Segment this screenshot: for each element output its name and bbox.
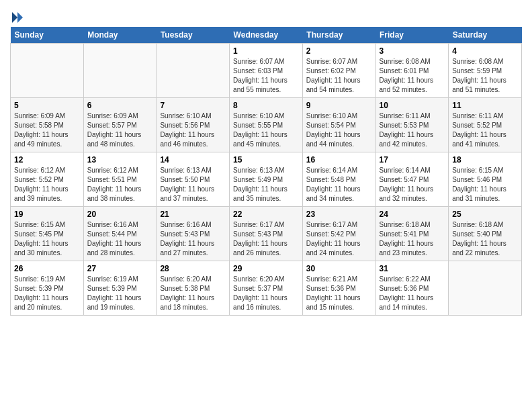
calendar-cell: 2Sunrise: 6:07 AMSunset: 6:02 PMDaylight… [302, 43, 375, 97]
calendar-cell: 24Sunrise: 6:18 AMSunset: 5:41 PMDayligh… [375, 206, 449, 261]
day-info: Sunrise: 6:17 AMSunset: 5:43 PMDaylight:… [233, 220, 299, 258]
calendar-cell: 31Sunrise: 6:22 AMSunset: 5:36 PMDayligh… [375, 261, 449, 315]
calendar-cell: 30Sunrise: 6:21 AMSunset: 5:36 PMDayligh… [302, 261, 375, 315]
calendar-cell: 23Sunrise: 6:17 AMSunset: 5:42 PMDayligh… [302, 206, 375, 261]
day-number: 22 [233, 210, 299, 219]
day-number: 18 [452, 155, 518, 165]
calendar-cell: 18Sunrise: 6:15 AMSunset: 5:46 PMDayligh… [449, 152, 522, 206]
day-info: Sunrise: 6:19 AMSunset: 5:39 PMDaylight:… [87, 275, 153, 312]
day-number: 23 [306, 210, 372, 219]
calendar-cell: 16Sunrise: 6:14 AMSunset: 5:48 PMDayligh… [302, 152, 375, 206]
weekday-header-wednesday: Wednesday [230, 27, 303, 44]
header [10, 7, 522, 24]
logo-flag-icon [11, 11, 24, 24]
day-number: 11 [452, 101, 518, 110]
day-info: Sunrise: 6:15 AMSunset: 5:46 PMDaylight:… [452, 166, 518, 203]
logo-text-block [10, 9, 24, 24]
day-number: 14 [160, 155, 226, 165]
day-info: Sunrise: 6:10 AMSunset: 5:54 PMDaylight:… [306, 111, 372, 149]
calendar-cell: 29Sunrise: 6:20 AMSunset: 5:37 PMDayligh… [230, 261, 303, 315]
calendar-week-row: 12Sunrise: 6:12 AMSunset: 5:52 PMDayligh… [11, 152, 522, 206]
day-number: 27 [87, 264, 153, 273]
day-info: Sunrise: 6:08 AMSunset: 5:59 PMDaylight:… [452, 57, 518, 95]
day-info: Sunrise: 6:13 AMSunset: 5:49 PMDaylight:… [233, 166, 299, 203]
day-info: Sunrise: 6:18 AMSunset: 5:40 PMDaylight:… [452, 220, 518, 258]
day-number: 19 [14, 210, 80, 219]
logo-line1 [10, 9, 24, 24]
day-number: 21 [160, 210, 226, 219]
day-number: 1 [233, 46, 299, 56]
calendar-cell: 12Sunrise: 6:12 AMSunset: 5:52 PMDayligh… [11, 152, 84, 206]
calendar-week-row: 19Sunrise: 6:15 AMSunset: 5:45 PMDayligh… [11, 206, 522, 261]
day-number: 20 [87, 210, 153, 219]
calendar-cell: 9Sunrise: 6:10 AMSunset: 5:54 PMDaylight… [302, 97, 375, 152]
calendar-cell: 10Sunrise: 6:11 AMSunset: 5:53 PMDayligh… [375, 97, 449, 152]
day-info: Sunrise: 6:21 AMSunset: 5:36 PMDaylight:… [306, 275, 372, 312]
weekday-header-tuesday: Tuesday [157, 27, 230, 44]
day-info: Sunrise: 6:08 AMSunset: 6:01 PMDaylight:… [380, 57, 445, 95]
day-info: Sunrise: 6:09 AMSunset: 5:58 PMDaylight:… [14, 111, 80, 149]
logo [10, 9, 24, 24]
calendar-cell [157, 43, 230, 97]
weekday-header-monday: Monday [83, 27, 157, 44]
calendar-cell [11, 43, 84, 97]
day-info: Sunrise: 6:11 AMSunset: 5:52 PMDaylight:… [452, 111, 518, 149]
day-info: Sunrise: 6:15 AMSunset: 5:45 PMDaylight:… [14, 220, 80, 258]
weekday-header-friday: Friday [375, 27, 449, 44]
calendar-cell: 13Sunrise: 6:12 AMSunset: 5:51 PMDayligh… [83, 152, 157, 206]
calendar-cell: 20Sunrise: 6:16 AMSunset: 5:44 PMDayligh… [83, 206, 157, 261]
calendar-cell: 11Sunrise: 6:11 AMSunset: 5:52 PMDayligh… [449, 97, 522, 152]
calendar-cell: 25Sunrise: 6:18 AMSunset: 5:40 PMDayligh… [449, 206, 522, 261]
day-number: 25 [452, 210, 518, 219]
day-number: 29 [233, 264, 299, 273]
calendar-cell: 1Sunrise: 6:07 AMSunset: 6:03 PMDaylight… [230, 43, 303, 97]
calendar-cell: 28Sunrise: 6:20 AMSunset: 5:38 PMDayligh… [157, 261, 230, 315]
day-number: 17 [380, 155, 445, 165]
day-info: Sunrise: 6:07 AMSunset: 6:02 PMDaylight:… [306, 57, 372, 95]
day-info: Sunrise: 6:10 AMSunset: 5:56 PMDaylight:… [160, 111, 226, 149]
day-info: Sunrise: 6:20 AMSunset: 5:37 PMDaylight:… [233, 275, 299, 312]
day-info: Sunrise: 6:11 AMSunset: 5:53 PMDaylight:… [380, 111, 445, 149]
calendar-cell: 5Sunrise: 6:09 AMSunset: 5:58 PMDaylight… [11, 97, 84, 152]
calendar-cell: 19Sunrise: 6:15 AMSunset: 5:45 PMDayligh… [11, 206, 84, 261]
day-number: 26 [14, 264, 80, 273]
day-number: 15 [233, 155, 299, 165]
day-number: 13 [87, 155, 153, 165]
day-info: Sunrise: 6:10 AMSunset: 5:55 PMDaylight:… [233, 111, 299, 149]
day-info: Sunrise: 6:18 AMSunset: 5:41 PMDaylight:… [380, 220, 445, 258]
day-number: 16 [306, 155, 372, 165]
calendar-cell: 14Sunrise: 6:13 AMSunset: 5:50 PMDayligh… [157, 152, 230, 206]
day-info: Sunrise: 6:14 AMSunset: 5:47 PMDaylight:… [380, 166, 445, 203]
calendar-cell: 6Sunrise: 6:09 AMSunset: 5:57 PMDaylight… [83, 97, 157, 152]
day-number: 3 [380, 46, 445, 56]
calendar-cell: 7Sunrise: 6:10 AMSunset: 5:56 PMDaylight… [157, 97, 230, 152]
day-number: 12 [14, 155, 80, 165]
day-number: 9 [306, 101, 372, 110]
day-number: 30 [306, 264, 372, 273]
day-info: Sunrise: 6:09 AMSunset: 5:57 PMDaylight:… [87, 111, 153, 149]
calendar-table: SundayMondayTuesdayWednesdayThursdayFrid… [10, 27, 522, 316]
weekday-header-sunday: Sunday [11, 27, 84, 44]
day-number: 10 [380, 101, 445, 110]
calendar-cell: 4Sunrise: 6:08 AMSunset: 5:59 PMDaylight… [449, 43, 522, 97]
day-number: 6 [87, 101, 153, 110]
day-number: 5 [14, 101, 80, 110]
day-info: Sunrise: 6:17 AMSunset: 5:42 PMDaylight:… [306, 220, 372, 258]
day-info: Sunrise: 6:19 AMSunset: 5:39 PMDaylight:… [14, 275, 80, 312]
day-info: Sunrise: 6:13 AMSunset: 5:50 PMDaylight:… [160, 166, 226, 203]
calendar-week-row: 26Sunrise: 6:19 AMSunset: 5:39 PMDayligh… [11, 261, 522, 315]
calendar-cell: 8Sunrise: 6:10 AMSunset: 5:55 PMDaylight… [230, 97, 303, 152]
day-info: Sunrise: 6:12 AMSunset: 5:52 PMDaylight:… [14, 166, 80, 203]
calendar-cell: 26Sunrise: 6:19 AMSunset: 5:39 PMDayligh… [11, 261, 84, 315]
calendar-cell [449, 261, 522, 315]
weekday-header-saturday: Saturday [449, 27, 522, 44]
day-info: Sunrise: 6:16 AMSunset: 5:44 PMDaylight:… [87, 220, 153, 258]
weekday-header-thursday: Thursday [302, 27, 375, 44]
day-number: 4 [452, 46, 518, 56]
calendar-week-row: 1Sunrise: 6:07 AMSunset: 6:03 PMDaylight… [11, 43, 522, 97]
day-info: Sunrise: 6:16 AMSunset: 5:43 PMDaylight:… [160, 220, 226, 258]
day-number: 31 [380, 264, 445, 273]
calendar-header-row: SundayMondayTuesdayWednesdayThursdayFrid… [11, 27, 522, 44]
day-number: 8 [233, 101, 299, 110]
calendar-cell: 27Sunrise: 6:19 AMSunset: 5:39 PMDayligh… [83, 261, 157, 315]
